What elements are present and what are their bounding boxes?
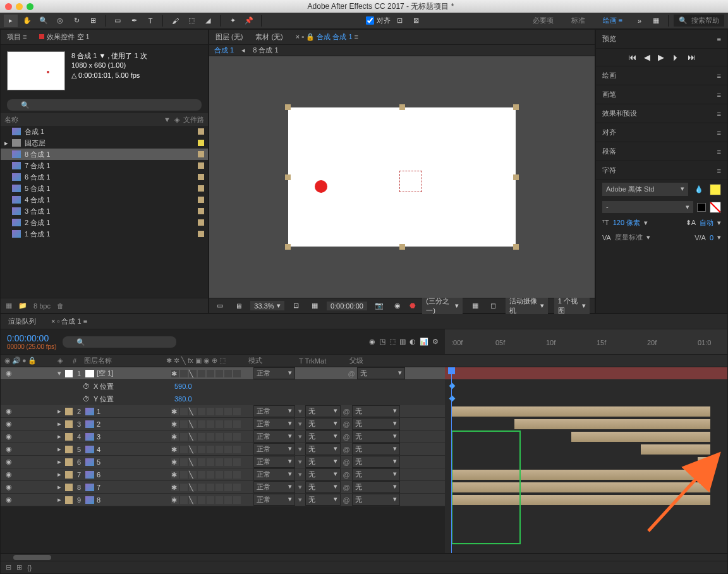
track-row[interactable] (445, 405, 727, 418)
blend-mode-dropdown[interactable]: 正常▾ (253, 418, 295, 430)
panel-header[interactable]: 绘画≡ (596, 66, 727, 85)
text-tool[interactable]: T (143, 15, 157, 27)
project-item[interactable]: 3 合成 1 (1, 205, 208, 217)
font-size-value[interactable]: 120 像素 (613, 218, 640, 228)
trkmat-dropdown[interactable]: 无▾ (305, 405, 341, 417)
property-value[interactable]: 380.0 (174, 395, 192, 403)
trkmat-dropdown[interactable]: 无▾ (305, 468, 341, 480)
graph-editor-icon[interactable]: 📊 (420, 338, 428, 346)
pickwhip-icon[interactable]: @ (341, 433, 352, 441)
rgb-icon[interactable]: ⬣ (410, 302, 416, 310)
trkmat-dropdown[interactable]: 无▾ (305, 430, 341, 443)
font-style-dropdown[interactable]: -▾ (602, 201, 693, 213)
zoom-dropdown[interactable]: 33.3% ▾ (250, 301, 284, 310)
parent-dropdown[interactable]: 无▾ (352, 405, 400, 417)
property-value[interactable]: 590.0 (174, 382, 192, 390)
blend-mode-dropdown[interactable]: 正常▾ (253, 430, 295, 443)
trkmat-dropdown[interactable]: 无▾ (305, 494, 341, 506)
blend-mode-dropdown[interactable]: 正常▾ (253, 456, 295, 468)
first-frame-button[interactable]: ⏮ (628, 52, 636, 62)
workspace-paint[interactable]: 绘画 ≡ (595, 16, 630, 25)
panel-header[interactable]: 段落≡ (596, 142, 727, 161)
viewer-layout-icon[interactable]: ▭ (214, 300, 226, 312)
prev-frame-button[interactable]: ◀ (644, 52, 650, 62)
layer-row[interactable]: ◉▸76✱╲正常▾▾无▾@无▾ (1, 468, 445, 481)
comp-flowchart-icon[interactable]: ◉ (369, 338, 375, 346)
maximize-window-button[interactable] (27, 3, 33, 10)
zoom-tool[interactable]: 🔍 (37, 15, 51, 27)
eyedropper-icon[interactable]: 💧 (692, 183, 706, 196)
col-parent[interactable]: 父级 (349, 356, 413, 365)
roi-icon[interactable]: ⊡ (291, 300, 303, 312)
pen-tool[interactable]: ✒ (127, 15, 141, 27)
trkmat-dropdown[interactable]: 无▾ (305, 481, 341, 493)
panel-header[interactable]: 字符≡ (596, 161, 727, 180)
leading-value[interactable]: 自动 (700, 218, 713, 228)
views-dropdown[interactable]: 1 个视图 ▾ (554, 296, 590, 316)
breadcrumb-2[interactable]: 8 合成 1 (253, 46, 278, 55)
play-button[interactable]: ▶ (658, 52, 664, 62)
parent-dropdown[interactable]: 无▾ (357, 367, 405, 379)
pickwhip-icon[interactable]: @ (341, 484, 352, 491)
project-search-input[interactable] (7, 99, 202, 111)
layer-row[interactable]: ◉▾1[空 1]✱╲正常▾@无▾ (1, 367, 445, 380)
layer-row[interactable]: ◉▸43✱╲正常▾▾无▾@无▾ (1, 430, 445, 443)
panel-header[interactable]: 对齐≡ (596, 123, 727, 142)
hand-tool[interactable]: ✋ (20, 15, 34, 27)
rotation-tool[interactable]: ↻ (70, 15, 83, 27)
track-row[interactable] (445, 418, 727, 430)
shy-icon[interactable]: ⬚ (389, 338, 396, 346)
shape-tool[interactable]: ▭ (111, 15, 124, 27)
project-item[interactable]: 6 合成 1 (1, 171, 208, 183)
trash-icon[interactable]: 🗑 (57, 302, 64, 310)
col-path-header[interactable]: 文件路 (183, 115, 204, 125)
minimize-window-button[interactable] (16, 3, 23, 10)
keyframe[interactable] (449, 383, 456, 389)
close-window-button[interactable] (5, 3, 12, 10)
workspace-chevron[interactable]: » (633, 15, 646, 27)
parent-dropdown[interactable]: 无▾ (352, 481, 400, 493)
project-item[interactable]: 1 合成 1 (1, 228, 208, 240)
font-family-dropdown[interactable]: Adobe 黑体 Std▾ (602, 183, 688, 196)
blend-mode-dropdown[interactable]: 正常▾ (253, 443, 295, 455)
eraser-tool[interactable]: ◢ (201, 15, 215, 27)
brush-tool[interactable]: 🖌 (168, 15, 182, 27)
align-checkbox[interactable]: 对齐 (366, 16, 391, 25)
anchor-tool[interactable]: ⊞ (86, 15, 100, 27)
timeline-comp-tab[interactable]: × ▫ 合成 1 ≡ (44, 317, 95, 326)
last-frame-button[interactable]: ⏭ (688, 52, 696, 62)
interpret-icon[interactable]: ▦ (6, 302, 12, 310)
layer-tab[interactable]: 图层 (无) (209, 32, 249, 42)
timeline-zoom-bar[interactable] (1, 553, 727, 561)
brainstorm-icon[interactable]: ⚙ (432, 338, 439, 346)
pickwhip-icon[interactable]: @ (341, 471, 352, 479)
draft3d-icon[interactable]: ◳ (379, 338, 385, 346)
track-row[interactable] (445, 430, 727, 443)
project-item[interactable]: 合成 1 (1, 126, 208, 137)
layer-bar[interactable] (514, 419, 710, 429)
workspace-grid-icon[interactable]: ▦ (649, 15, 663, 27)
tracking-label[interactable]: 度量标准 (615, 233, 643, 242)
layer-row[interactable]: ◉▸65✱╲正常▾▾无▾@无▾ (1, 456, 445, 468)
footage-tab[interactable]: 素材 (无) (249, 32, 289, 42)
track-row[interactable] (445, 367, 727, 380)
timeline-search[interactable] (63, 336, 176, 348)
frameblend-icon[interactable]: ▥ (399, 338, 406, 346)
parent-dropdown[interactable]: 无▾ (352, 418, 400, 430)
keyframe[interactable] (449, 396, 456, 402)
snapshot-icon[interactable]: 📷 (373, 300, 385, 312)
col-layer-name[interactable]: 图层名称 (84, 356, 166, 365)
preview-panel-header[interactable]: 预览 (602, 34, 616, 44)
parent-dropdown[interactable]: 无▾ (352, 456, 400, 468)
pickwhip-icon[interactable]: @ (341, 496, 352, 504)
snap-icon[interactable]: ⊡ (393, 15, 407, 27)
pickwhip-icon[interactable]: @ (341, 458, 352, 466)
project-item[interactable]: 2 合成 1 (1, 217, 208, 228)
blend-mode-dropdown[interactable]: 正常▾ (253, 481, 295, 493)
bpc-label[interactable]: 8 bpc (33, 302, 51, 310)
trkmat-dropdown[interactable]: 无▾ (305, 456, 341, 468)
pickwhip-icon[interactable]: @ (341, 408, 352, 415)
track-row[interactable] (445, 393, 727, 405)
timecode-display[interactable]: 0:00:00:00 (327, 302, 367, 310)
project-item[interactable]: 4 合成 1 (1, 194, 208, 205)
